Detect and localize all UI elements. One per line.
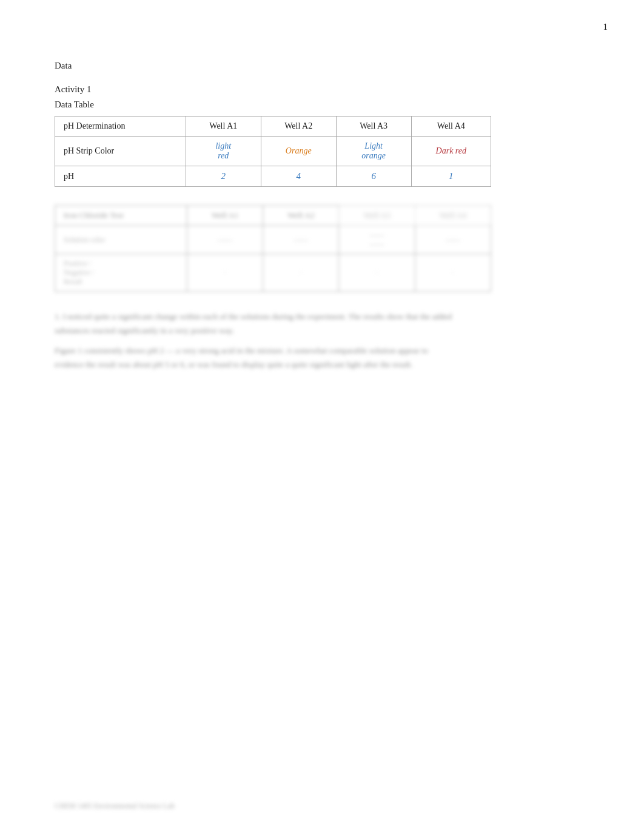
iron-col-header-well-a3: Well A3: [339, 206, 415, 226]
ph-label: pH: [55, 166, 186, 187]
iron-result-a1: ·: [187, 254, 263, 292]
iron-solution-color-a4: ——: [415, 226, 491, 254]
iron-result-a4: ·: [415, 254, 491, 292]
page-number: 1: [603, 22, 608, 32]
table-label: Data Table: [55, 100, 595, 110]
iron-solution-color-label: Solution color: [55, 226, 187, 254]
ph-strip-color-well-a4: Dark red: [411, 137, 491, 166]
ph-value-well-a2: 4: [261, 166, 336, 187]
iron-col-header-well-a2: Well A2: [263, 206, 339, 226]
ph-determination-table: pH Determination Well A1 Well A2 Well A3…: [55, 116, 491, 187]
col-header-ph-determination: pH Determination: [55, 117, 186, 137]
iron-chloride-section: Iron Chloride Test Well A1 Well A2 Well …: [55, 205, 595, 292]
ph-strip-color-label: pH Strip Color: [55, 137, 186, 166]
iron-result-a3: ·: [339, 254, 415, 292]
section-label: Data: [55, 61, 595, 71]
iron-col-header-well-a1: Well A1: [187, 206, 263, 226]
iron-row-result: Positive /Negative /Result · · · ·: [55, 254, 491, 292]
col-header-well-a2: Well A2: [261, 117, 336, 137]
blurred-paragraph: 1. I noticed quite a significant change …: [55, 310, 455, 372]
ph-strip-color-well-a2: Orange: [261, 137, 336, 166]
iron-chloride-table: Iron Chloride Test Well A1 Well A2 Well …: [55, 205, 491, 292]
iron-col-header-test: Iron Chloride Test: [55, 206, 187, 226]
iron-solution-color-a3: ————: [339, 226, 415, 254]
col-header-well-a1: Well A1: [186, 117, 261, 137]
ph-value-well-a1: 2: [186, 166, 261, 187]
iron-result-a2: ·: [263, 254, 339, 292]
ph-value-well-a3: 6: [336, 166, 411, 187]
iron-col-header-well-a4: Well A4: [415, 206, 491, 226]
iron-solution-color-a1: ——: [187, 226, 263, 254]
iron-result-label: Positive /Negative /Result: [55, 254, 187, 292]
ph-value-well-a4: 1: [411, 166, 491, 187]
ph-strip-color-well-a3: Lightorange: [336, 137, 411, 166]
col-header-well-a3: Well A3: [336, 117, 411, 137]
blurred-footer: CHEM 1405 Environmental Science Lab: [55, 802, 175, 811]
activity-label: Activity 1: [55, 84, 595, 95]
iron-row-solution-color: Solution color —— —— ———— ——: [55, 226, 491, 254]
iron-solution-color-a2: ——: [263, 226, 339, 254]
ph-strip-color-well-a1: lightred: [186, 137, 261, 166]
col-header-well-a4: Well A4: [411, 117, 491, 137]
